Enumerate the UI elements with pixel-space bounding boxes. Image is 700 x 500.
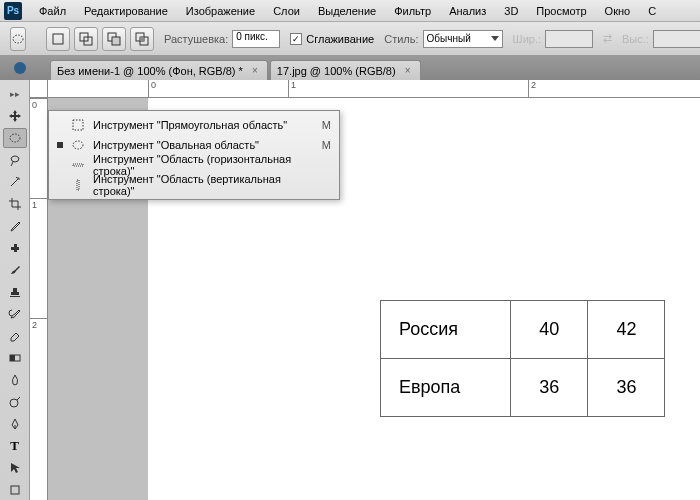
brush-tool-icon[interactable] [3, 260, 27, 280]
menu-window[interactable]: Окно [598, 2, 638, 20]
menu-analysis[interactable]: Анализ [442, 2, 493, 20]
svg-rect-13 [10, 355, 15, 361]
svg-rect-5 [112, 37, 120, 45]
lasso-tool-icon[interactable] [3, 150, 27, 170]
chevron-down-icon [491, 36, 499, 41]
document-tab[interactable]: Без имени-1 @ 100% (Фон, RGB/8) * × [50, 60, 268, 80]
antialias-group[interactable]: ✓ Сглаживание [290, 33, 374, 45]
close-icon[interactable]: × [249, 65, 261, 77]
crop-tool-icon[interactable] [3, 194, 27, 214]
document-table: Россия 40 42 Европа 36 36 [380, 300, 665, 417]
col-marquee-icon [71, 179, 85, 191]
flyout-label: Инструмент "Прямоугольная область" [93, 119, 314, 131]
dodge-tool-icon[interactable] [3, 392, 27, 412]
swap-dims-icon: ⇄ [603, 27, 612, 51]
menu-select[interactable]: Выделение [311, 2, 383, 20]
selected-dot [57, 162, 63, 168]
type-tool-icon[interactable]: T [3, 436, 27, 456]
style-select[interactable]: Обычный [423, 30, 503, 48]
feather-group: Растушевка: 0 пикс. [164, 30, 280, 48]
menu-bar: Ps Файл Редактирование Изображение Слои … [0, 0, 700, 22]
pen-tool-icon[interactable] [3, 414, 27, 434]
table-cell-label: Россия [381, 301, 511, 359]
flyout-item-ellipse-marquee[interactable]: Инструмент "Овальная область" M [49, 135, 339, 155]
svg-rect-11 [14, 244, 17, 252]
selection-mode-group [46, 27, 154, 51]
ruler-mark: 0 [30, 98, 48, 110]
history-brush-tool-icon[interactable] [3, 304, 27, 324]
menu-filter[interactable]: Фильтр [387, 2, 438, 20]
ruler-mark: 2 [30, 318, 48, 330]
svg-rect-18 [73, 164, 83, 166]
wand-tool-icon[interactable] [3, 172, 27, 192]
eyedropper-tool-icon[interactable] [3, 216, 27, 236]
svg-rect-15 [11, 486, 19, 494]
healing-tool-icon[interactable] [3, 238, 27, 258]
flyout-shortcut: M [322, 119, 331, 131]
menu-help[interactable]: С [641, 2, 663, 20]
gradient-tool-icon[interactable] [3, 348, 27, 368]
menu-layers[interactable]: Слои [266, 2, 307, 20]
ellipse-marquee-icon [71, 139, 85, 151]
mode-subtract-icon[interactable] [102, 27, 126, 51]
flyout-shortcut: M [322, 139, 331, 151]
toolbox: ▸▸ T [0, 80, 30, 500]
height-group: Выс.: [622, 30, 700, 48]
move-tool-icon[interactable] [3, 106, 27, 126]
ruler-corner [30, 80, 48, 98]
table-cell: 36 [588, 359, 665, 417]
mode-new-icon[interactable] [46, 27, 70, 51]
flyout-item-col-marquee[interactable]: Инструмент "Область (вертикальная строка… [49, 175, 339, 195]
style-label: Стиль: [384, 33, 418, 45]
menu-view[interactable]: Просмотр [529, 2, 593, 20]
flyout-item-row-marquee[interactable]: Инструмент "Область (горизонтальная стро… [49, 155, 339, 175]
feather-input[interactable]: 0 пикс. [232, 30, 280, 48]
tab-label: 17.jpg @ 100% (RGB/8) [277, 65, 396, 77]
table-cell: 36 [511, 359, 588, 417]
menu-3d[interactable]: 3D [497, 2, 525, 20]
blur-tool-icon[interactable] [3, 370, 27, 390]
table-row: Европа 36 36 [381, 359, 665, 417]
mode-add-icon[interactable] [74, 27, 98, 51]
stamp-tool-icon[interactable] [3, 282, 27, 302]
feather-label: Растушевка: [164, 33, 228, 45]
menu-file[interactable]: Файл [32, 2, 73, 20]
menu-edit[interactable]: Редактирование [77, 2, 175, 20]
table-cell: 40 [511, 301, 588, 359]
document-tab[interactable]: 17.jpg @ 100% (RGB/8) × [270, 60, 421, 80]
svg-rect-19 [77, 180, 79, 190]
table-cell-label: Европа [381, 359, 511, 417]
width-label: Шир.: [513, 33, 541, 45]
tab-scroll-icon[interactable] [14, 62, 26, 74]
selected-dot [57, 122, 63, 128]
shape-tool-icon[interactable] [3, 480, 27, 500]
svg-point-9 [10, 134, 20, 142]
ruler-mark: 1 [30, 198, 48, 210]
menu-image[interactable]: Изображение [179, 2, 262, 20]
row-marquee-icon [71, 159, 85, 171]
table-cell: 42 [588, 301, 665, 359]
svg-rect-1 [53, 34, 63, 44]
ruler-mark: 0 [148, 80, 156, 98]
flyout-label: Инструмент "Область (вертикальная строка… [93, 173, 323, 197]
flyout-label: Инструмент "Овальная область" [93, 139, 314, 151]
antialias-checkbox-icon[interactable]: ✓ [290, 33, 302, 45]
tab-label: Без имени-1 @ 100% (Фон, RGB/8) * [57, 65, 243, 77]
flyout-item-rect-marquee[interactable]: Инструмент "Прямоугольная область" M [49, 115, 339, 135]
selected-dot [57, 142, 63, 148]
eraser-tool-icon[interactable] [3, 326, 27, 346]
svg-rect-8 [140, 37, 144, 41]
tool-preset-icon[interactable] [10, 27, 26, 51]
options-bar: Растушевка: 0 пикс. ✓ Сглаживание Стиль:… [0, 22, 700, 56]
svg-point-0 [13, 35, 23, 43]
collapse-arrows-icon[interactable]: ▸▸ [3, 84, 27, 104]
close-icon[interactable]: × [402, 65, 414, 77]
ruler-vertical[interactable]: 0 1 2 [30, 98, 48, 500]
app-logo-icon: Ps [4, 2, 22, 20]
antialias-label: Сглаживание [306, 33, 374, 45]
mode-intersect-icon[interactable] [130, 27, 154, 51]
marquee-tool-icon[interactable] [3, 128, 27, 148]
ruler-horizontal[interactable]: 0 1 2 [48, 80, 700, 98]
height-label: Выс.: [622, 33, 649, 45]
path-select-tool-icon[interactable] [3, 458, 27, 478]
